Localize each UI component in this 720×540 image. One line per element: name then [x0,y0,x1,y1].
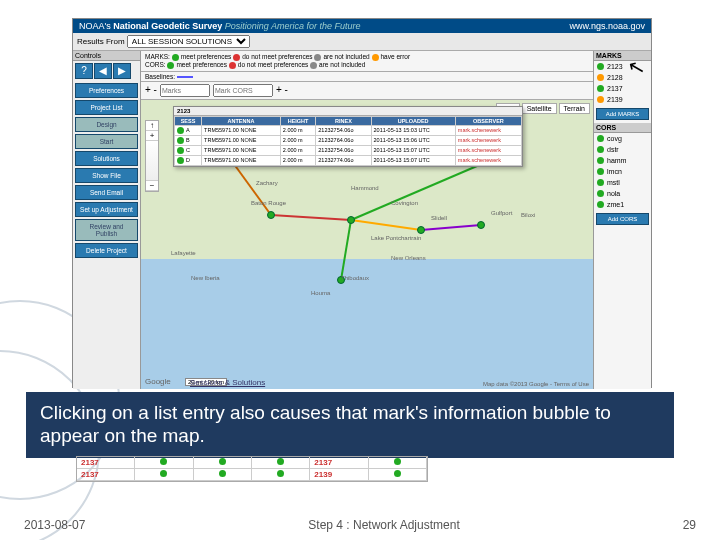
delete-button[interactable]: Delete Project [75,243,138,258]
cors-item[interactable]: lmcn [594,166,651,177]
baselines-legend: Baselines: [141,72,593,82]
header-url: www.ngs.noaa.gov [569,21,645,31]
svg-line-0 [271,215,351,220]
cors-item[interactable]: hamm [594,155,651,166]
help-icon[interactable]: ? [75,63,93,79]
cors-item[interactable]: dstr [594,144,651,155]
sidebar: Controls ? ◀ ▶ Preferences Project List … [73,51,141,389]
header: NOAA's National Geodetic Survey Position… [73,19,651,33]
project-list-button[interactable]: Project List [75,100,138,115]
controls-heading: Controls [73,51,140,61]
cors-item[interactable]: covg [594,133,651,144]
legend: MARKS: meet preferences do not meet pref… [141,51,593,72]
add-marks-button[interactable]: Add MARKS [596,108,649,120]
results-bar: Results From ALL SESSION SOLUTIONS [73,33,651,51]
svg-line-5 [231,160,271,215]
google-logo: Google [145,377,171,386]
mark-item[interactable]: 2137 [594,83,651,94]
svg-line-1 [351,220,421,230]
cors-heading: CORS [594,123,651,133]
results-select[interactable]: ALL SESSION SOLUTIONS [127,35,250,48]
start-button[interactable]: Start [75,134,138,149]
footer-date: 2013-08-07 [24,518,85,532]
sessions-heading: Sessions & Solutions [190,378,265,387]
add-cors-button[interactable]: Add CORS [596,213,649,225]
map-canvas[interactable]: Map Satellite Terrain ↑+− [141,100,593,389]
bubble-title: 2123 [174,107,522,116]
cors-input[interactable] [213,84,273,97]
map-copyright: Map data ©2013 Google - Terms of Use [483,381,589,387]
slide-footer: 2013-08-07 Step 4 : Network Adjustment 2… [0,518,720,532]
footer-page: 29 [683,518,696,532]
instruction-callout: Clicking on a list entry also causes tha… [26,392,674,458]
app-frame: NOAA's National Geodetic Survey Position… [72,18,652,388]
marks-input[interactable] [160,84,210,97]
right-panel: MARKS 2123 2128 2137 2139 Add MARKS CORS… [593,51,651,389]
mark-item[interactable]: 2139 [594,94,651,105]
info-bubble: 2123 SESSANTENNAHEIGHT RINEXUPLOADEDOBSE… [173,106,523,167]
cors-item[interactable]: nola [594,188,651,199]
footer-step: Step 4 : Network Adjustment [308,518,459,532]
show-file-button[interactable]: Show File [75,168,138,183]
svg-line-3 [421,225,481,230]
setup-adj-button[interactable]: Set up Adjustment [75,202,138,217]
review-button[interactable]: Review and Publish [75,219,138,241]
search-bar: + - + - [141,82,593,100]
send-email-button[interactable]: Send Email [75,185,138,200]
solutions-button[interactable]: Solutions [75,151,138,166]
cors-item[interactable]: mstl [594,177,651,188]
sessions-table: 21372137 21372139 [76,456,428,482]
prefs-button[interactable]: Preferences [75,83,138,98]
fwd-icon[interactable]: ▶ [113,63,131,79]
back-icon[interactable]: ◀ [94,63,112,79]
design-button[interactable]: Design [75,117,138,132]
svg-line-2 [341,220,351,280]
cors-item[interactable]: zme1 [594,199,651,210]
bubble-table: SESSANTENNAHEIGHT RINEXUPLOADEDOBSERVER … [174,116,522,166]
